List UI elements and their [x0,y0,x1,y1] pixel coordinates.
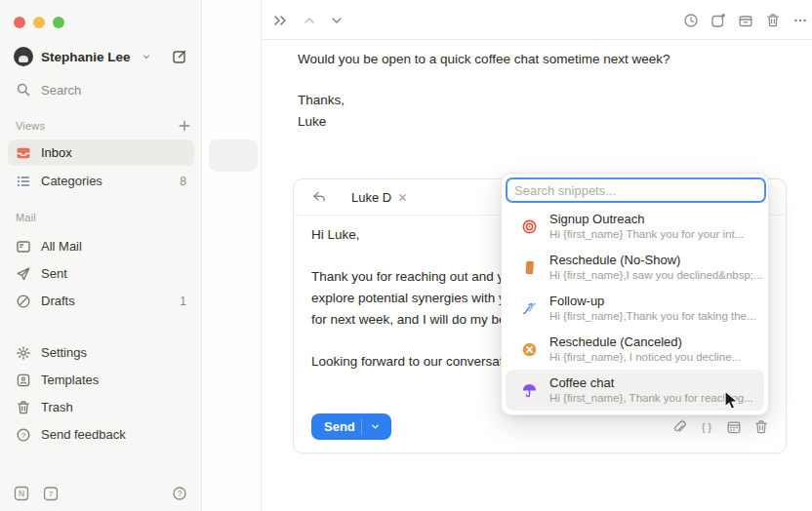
account-switcher[interactable]: Stephanie Lee [14,46,187,67]
window-controls [14,17,64,28]
mark-unread-button[interactable] [710,12,727,29]
sidebar-item-sent[interactable]: Sent [8,260,194,287]
insert-variable-button[interactable]: { } [698,418,715,436]
sidebar-item-label: Drafts [41,294,75,308]
minimize-window-button[interactable] [33,17,45,28]
send-label: Send [324,419,355,434]
sidebar: Stephanie Lee Search Views Inbox Categor… [0,0,202,511]
notion-badge[interactable]: N [14,486,29,501]
sidebar-item-inbox[interactable]: Inbox [8,139,194,166]
discard-draft-button[interactable] [752,418,770,436]
snippet-search-input[interactable] [506,177,766,203]
sidebar-item-templates[interactable]: Templates [8,367,194,393]
snooze-button[interactable] [682,12,700,29]
snippet-item[interactable]: Signup Outreach Hi {first_name} Thank yo… [506,206,764,247]
inbox-icon [16,145,31,161]
archive-icon [738,13,753,28]
snippet-title: Coffee chat [549,375,752,391]
svg-text:7: 7 [49,490,54,498]
close-window-button[interactable] [14,17,25,28]
sidebar-item-settings[interactable]: Settings [8,339,194,366]
trash-icon [753,419,769,435]
search-label: Search [41,83,81,98]
search-icon [16,82,31,98]
snippet-list: Signup Outreach Hi {first_name} Thank yo… [502,206,768,411]
mail-section-label: Mail [16,212,36,223]
snippet-preview: Hi {first_name},Thank you for taking the… [549,309,752,324]
svg-text:?: ? [178,489,183,498]
attach-file-button[interactable] [670,418,688,436]
sidebar-item-label: Templates [41,373,99,387]
svg-text:{ }: { } [702,420,711,432]
snippet-item[interactable]: Reschedule (No-Show) Hi {first_name},I s… [506,247,764,288]
views-section-label: Views [16,120,45,132]
email-body-line: Thanks, [298,93,345,107]
add-view-button[interactable] [176,117,193,135]
chevron-up-icon [302,13,317,28]
sidebar-item-categories[interactable]: Categories 8 [8,168,194,194]
svg-text:N: N [19,489,24,498]
book-icon [520,258,538,276]
archive-button[interactable] [737,12,754,29]
snippet-item[interactable]: Follow-up Hi {first_name},Thank you for … [506,288,764,329]
svg-text:?: ? [21,430,26,439]
exchange-arrows-icon [520,299,538,317]
plus-icon [177,118,192,134]
calendar-badge[interactable]: 7 [43,486,59,501]
ellipsis-icon [792,13,808,28]
target-icon [520,217,538,235]
help-button[interactable]: ? [172,486,187,501]
snippet-title: Reschedule (Canceled) [549,334,741,350]
zoom-window-button[interactable] [53,17,64,28]
recipient-name: Luke D [351,190,391,205]
sidebar-item-label: Sent [41,266,67,281]
thread-toolbar [262,0,812,40]
clock-icon [683,13,699,28]
snippet-item[interactable]: Reschedule (Canceled) Hi {first_name}, I… [506,329,764,370]
trash-thread-button[interactable] [764,12,782,29]
previous-conversation-button[interactable] [301,12,318,29]
sidebar-item-label: Categories [41,174,102,188]
reading-pane: Would you be open to a quick coffee chat… [262,0,812,511]
collapse-pane-button[interactable] [271,12,289,29]
send-options-button[interactable] [361,419,387,435]
reply-arrow-icon [311,189,327,205]
templates-icon [16,373,31,388]
trash-icon [16,400,31,415]
drafts-count: 1 [180,295,186,308]
email-body-line: Luke [298,114,326,129]
cancel-circle-icon [520,340,538,358]
sidebar-item-label: Trash [41,400,73,414]
sidebar-item-trash[interactable]: Trash [8,394,194,420]
snippet-preview: Hi {first_name} Thank you for your int..… [549,227,744,242]
collapsed-list-pane [203,0,262,511]
sidebar-item-send-feedback[interactable]: ? Send feedback [8,421,194,448]
drafts-icon [16,294,31,309]
umbrella-icon [520,381,538,399]
reply-type-button[interactable] [311,189,327,205]
next-conversation-button[interactable] [328,12,345,29]
email-body-line: Would you be open to a quick coffee chat… [298,52,670,66]
snippet-title: Follow-up [549,294,752,309]
remove-recipient-icon[interactable] [397,192,408,203]
more-options-button[interactable] [792,12,809,29]
snippet-title: Reschedule (No-Show) [549,253,752,268]
mouse-cursor [722,390,742,412]
gear-icon [16,345,31,361]
compose-new-button[interactable] [172,49,187,64]
send-button[interactable]: Send [311,413,391,440]
snippets-dropdown: Signup Outreach Hi {first_name} Thank yo… [501,173,769,415]
calendar-icon [726,419,742,435]
sidebar-item-drafts[interactable]: Drafts 1 [8,288,194,314]
app-window: Stephanie Lee Search Views Inbox Categor… [0,0,812,511]
chevron-down-icon [370,421,381,432]
search-button[interactable]: Search [8,77,193,102]
insert-calendar-button[interactable] [725,418,743,436]
all-mail-icon [16,239,31,255]
sidebar-item-label: Send feedback [41,427,126,442]
paperclip-icon [671,419,687,435]
sidebar-item-all-mail[interactable]: All Mail [8,233,194,259]
recipient-chip[interactable]: Luke D [351,190,408,205]
snippet-preview: Hi {first_name},I saw you declined&nbsp;… [549,268,752,283]
chevron-down-icon [141,51,152,62]
